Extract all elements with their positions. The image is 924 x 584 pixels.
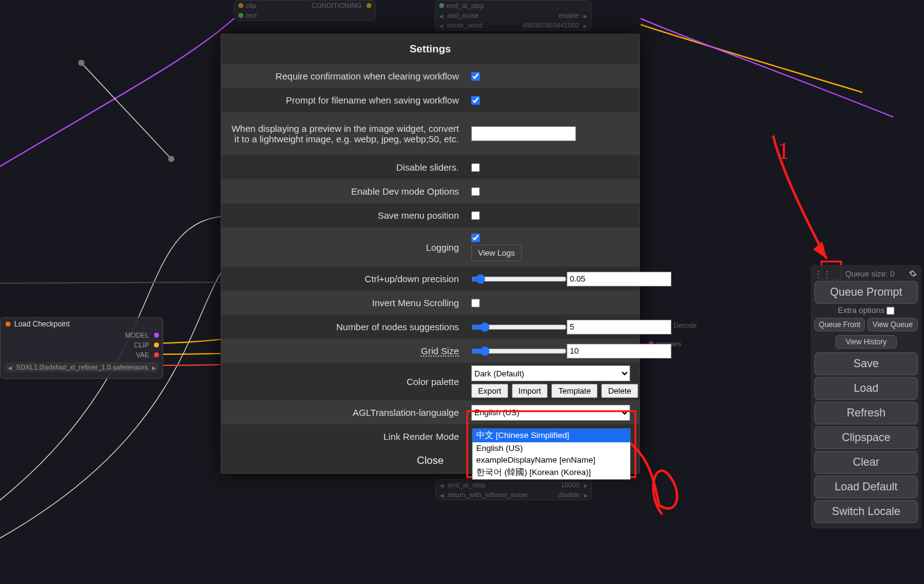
btn-switch-locale[interactable]: Switch Locale bbox=[814, 500, 918, 523]
chk-save-menu-pos[interactable] bbox=[471, 211, 480, 220]
svg-text:1: 1 bbox=[777, 137, 790, 164]
chk-extra-options[interactable] bbox=[886, 307, 894, 315]
lbl-logging: Logging bbox=[221, 238, 466, 256]
gear-icon[interactable] bbox=[908, 269, 918, 278]
translation-dropdown-open: 中文 [Chinese Simplified] English (US) exa… bbox=[472, 428, 631, 480]
bg-node-cliptext: clip CONDITIONING text bbox=[234, 0, 376, 21]
select-color-palette[interactable]: Dark (Default) bbox=[471, 365, 630, 381]
bg-node-sampler-bottom: end_at_step10000 return_with_leftover_no… bbox=[436, 479, 592, 500]
chk-prompt-filename[interactable] bbox=[471, 96, 480, 105]
settings-dialog: Settings Require confirmation when clear… bbox=[221, 34, 640, 474]
btn-clear[interactable]: Clear bbox=[814, 451, 918, 474]
lbl-translation: AGLTranslation-langualge bbox=[221, 404, 466, 421]
num-node-suggest[interactable] bbox=[567, 320, 671, 335]
svg-point-1 bbox=[168, 156, 174, 162]
svg-marker-2 bbox=[813, 241, 827, 259]
bg-node-sampler-top: end_at_step add_noiseenable noise_seed49… bbox=[435, 0, 591, 31]
lbl-confirm: Require confirmation when clearing workf… bbox=[221, 67, 466, 85]
lbl-link-render: Link Render Mode bbox=[221, 428, 466, 445]
chk-disable-sliders[interactable] bbox=[471, 163, 480, 172]
settings-title: Settings bbox=[221, 34, 639, 64]
dd-option-example[interactable]: exampleDisplayName [enName] bbox=[472, 454, 630, 466]
btn-queue-front[interactable]: Queue Front bbox=[814, 318, 865, 331]
chk-invert-scroll[interactable] bbox=[471, 299, 480, 307]
btn-load[interactable]: Load bbox=[814, 377, 918, 400]
dd-option-en[interactable]: English (US) bbox=[472, 442, 630, 454]
lbl-grid-size: Grid Size bbox=[221, 342, 466, 360]
chk-dev-mode[interactable] bbox=[471, 187, 480, 196]
btn-palette-template[interactable]: Template bbox=[551, 384, 598, 398]
select-translation[interactable]: English (US) bbox=[471, 405, 630, 421]
lbl-node-suggest: Number of nodes suggestions bbox=[221, 318, 466, 336]
lbl-color-palette: Color palette bbox=[221, 373, 466, 391]
slider-ctrl-precision[interactable] bbox=[471, 274, 567, 284]
btn-queue-prompt[interactable]: Queue Prompt bbox=[814, 281, 918, 304]
svg-point-0 bbox=[78, 60, 84, 66]
slider-node-suggest[interactable] bbox=[471, 322, 567, 332]
lbl-save-menu-pos: Save menu position bbox=[221, 206, 466, 224]
btn-view-logs[interactable]: View Logs bbox=[471, 245, 522, 261]
floating-menu[interactable]: ⋮⋮ Queue size: 0 Queue Prompt Extra opti… bbox=[811, 265, 922, 529]
input-preview[interactable] bbox=[471, 126, 576, 141]
lbl-preview: When displaying a preview in the image w… bbox=[221, 120, 466, 148]
chk-confirm[interactable] bbox=[471, 72, 480, 81]
btn-palette-delete[interactable]: Delete bbox=[601, 384, 638, 398]
btn-load-default[interactable]: Load Default bbox=[814, 476, 918, 498]
btn-view-queue[interactable]: View Queue bbox=[867, 318, 918, 331]
chk-logging[interactable] bbox=[471, 233, 480, 242]
lbl-dev-mode: Enable Dev mode Options bbox=[221, 182, 466, 200]
lbl-ctrl-precision: Ctrl+up/down precision bbox=[221, 270, 466, 288]
lbl-disable-sliders: Disable sliders. bbox=[221, 158, 466, 176]
bg-node-load-checkpoint: Load Checkpoint MODEL CLIP VAE SDXL1.0\s… bbox=[0, 317, 163, 379]
btn-refresh[interactable]: Refresh bbox=[814, 402, 918, 424]
btn-palette-export[interactable]: Export bbox=[471, 384, 508, 398]
btn-clipspace[interactable]: Clipspace bbox=[814, 426, 918, 449]
btn-save[interactable]: Save bbox=[814, 352, 918, 375]
dd-option-ko[interactable]: 한국어 (韓國) [Korean (Korea)] bbox=[472, 466, 630, 479]
lbl-invert-scroll: Invert Menu Scrolling bbox=[221, 294, 466, 312]
extra-options-label: Extra options bbox=[814, 306, 918, 315]
num-ctrl-precision[interactable] bbox=[567, 272, 671, 286]
dd-option-zh[interactable]: 中文 [Chinese Simplified] bbox=[472, 429, 630, 442]
lbl-prompt-filename: Prompt for filename when saving workflow bbox=[221, 91, 466, 109]
slider-grid-size[interactable] bbox=[471, 346, 567, 356]
drag-handle-icon[interactable]: ⋮⋮ bbox=[814, 269, 832, 278]
queue-size-label: Queue size: 0 bbox=[845, 269, 894, 278]
btn-view-history[interactable]: View History bbox=[835, 335, 898, 349]
btn-palette-import[interactable]: Import bbox=[512, 384, 548, 398]
num-grid-size[interactable] bbox=[567, 344, 671, 359]
